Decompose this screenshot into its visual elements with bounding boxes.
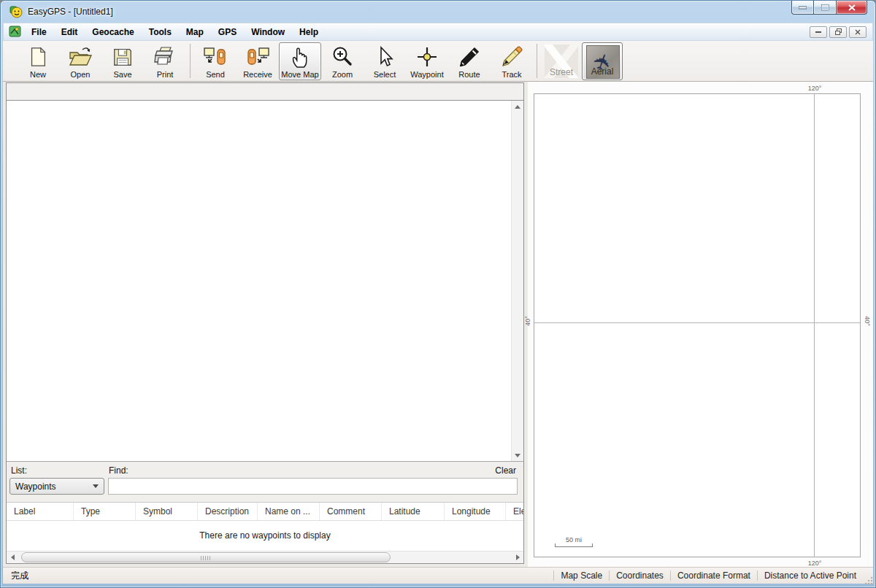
zoom-button[interactable]: Zoom [321, 42, 364, 80]
chevron-down-icon [93, 484, 99, 488]
content-area: List: Find: Clear Waypoints Label Type S… [3, 82, 873, 568]
scale-label: 50 mi [555, 536, 593, 543]
track-pencil-icon [500, 43, 523, 70]
waypoint-button[interactable]: Waypoint [406, 42, 448, 80]
status-pane-map-scale: Map Scale [553, 570, 609, 581]
find-input[interactable] [108, 478, 518, 495]
status-pane-distance: Distance to Active Point [757, 570, 863, 581]
waypoint-list-pane: List: Find: Clear Waypoints Label Type S… [6, 82, 524, 564]
minimize-button[interactable] [791, 1, 814, 15]
list-type-value: Waypoints [15, 481, 56, 492]
column-header-name-on[interactable]: Name on ... [258, 503, 320, 520]
maximize-button[interactable] [814, 1, 836, 15]
menu-geocache[interactable]: Geocache [85, 25, 141, 39]
scroll-down-button[interactable] [512, 449, 523, 461]
parallel-label-right: 40° [864, 316, 871, 326]
map-viewport[interactable]: 120° 120° 40° 40° 50 mi [534, 93, 861, 557]
open-button[interactable]: Open [59, 42, 101, 80]
cursor-arrow-icon [374, 43, 395, 70]
column-header-description[interactable]: Description [198, 503, 258, 520]
parallel-gridline [534, 322, 860, 323]
magnifier-plus-icon [331, 43, 354, 70]
meridian-label-bottom: 120° [804, 560, 826, 567]
save-floppy-icon [112, 43, 134, 70]
empty-table-message: There are no waypoints to display [199, 530, 330, 541]
vertical-scrollbar[interactable] [511, 101, 523, 461]
column-header-label[interactable]: Label [7, 503, 74, 520]
map-pane[interactable]: 120° 120° 40° 40° 50 mi [528, 82, 873, 568]
printer-icon [153, 43, 177, 70]
list-find-panel: List: Find: Clear Waypoints [7, 461, 523, 502]
scroll-left-button[interactable] [7, 552, 18, 563]
menu-gps[interactable]: GPS [211, 25, 244, 39]
toolbar: New Open Save [3, 41, 873, 82]
move-map-button[interactable]: Move Map [279, 42, 321, 80]
menu-bar: File Edit Geocache Tools Map GPS Window … [3, 23, 873, 41]
toolbar-separator [190, 44, 191, 78]
column-header-latitude[interactable]: Latitude [382, 503, 445, 520]
title-bar[interactable]: EasyGPS - [Untitled1] [1, 1, 875, 23]
document-view[interactable] [7, 101, 523, 461]
select-button[interactable]: Select [364, 42, 406, 80]
menu-map[interactable]: Map [179, 25, 211, 39]
resize-grip[interactable] [864, 576, 873, 585]
map-scale-bar: 50 mi [555, 536, 593, 547]
clear-button[interactable]: Clear [495, 465, 516, 476]
list-type-dropdown[interactable]: Waypoints [9, 478, 104, 495]
route-button[interactable]: Route [448, 42, 491, 80]
street-view-button[interactable]: Street [541, 42, 582, 80]
meridian-gridline [814, 94, 815, 557]
track-button[interactable]: Track [491, 42, 533, 80]
scrollbar-thumb[interactable] [21, 552, 391, 562]
menu-help[interactable]: Help [292, 25, 326, 39]
meridian-label-top: 120° [804, 85, 826, 92]
menu-file[interactable]: File [24, 25, 54, 39]
scroll-right-button[interactable] [512, 552, 523, 563]
mdi-minimize-button[interactable] [810, 26, 827, 38]
waypoint-crosshair-icon [415, 43, 439, 70]
save-button[interactable]: Save [101, 42, 144, 80]
column-header-comment[interactable]: Comment [320, 503, 382, 520]
document-map-icon [9, 26, 21, 38]
menu-tools[interactable]: Tools [142, 25, 179, 39]
receive-from-gps-icon [245, 43, 270, 70]
toolbar-separator [537, 44, 537, 78]
find-label: Find: [109, 465, 128, 476]
menu-window[interactable]: Window [244, 25, 292, 39]
route-pen-icon [458, 43, 481, 70]
status-message: 完成 [3, 570, 28, 582]
new-button[interactable]: New [17, 42, 59, 80]
column-header-elevation[interactable]: Ele [506, 503, 523, 520]
scroll-up-button[interactable] [512, 101, 523, 112]
status-panes: Map Scale Coordinates Coordinate Format … [553, 568, 873, 584]
easygps-window: EasyGPS - [Untitled1] File Edit Geocache… [0, 0, 876, 588]
status-pane-coordinates: Coordinates [609, 570, 670, 581]
close-button[interactable] [836, 1, 867, 15]
scale-line [555, 543, 593, 547]
column-header-type[interactable]: Type [74, 503, 136, 520]
hand-icon [288, 43, 312, 70]
list-pane-header-strip [7, 83, 523, 101]
column-header-symbol[interactable]: Symbol [136, 503, 198, 520]
mdi-window-buttons [810, 26, 869, 38]
status-bar: 完成 Map Scale Coordinates Coordinate Form… [3, 567, 873, 584]
open-folder-icon [68, 43, 93, 70]
send-button[interactable]: Send [194, 42, 237, 80]
caption-buttons [791, 1, 867, 15]
aerial-view-button[interactable]: ✈ Aerial [582, 42, 623, 80]
horizontal-scrollbar[interactable] [7, 551, 523, 563]
mdi-close-button[interactable] [849, 26, 867, 38]
send-to-gps-icon [203, 43, 228, 70]
new-file-icon [27, 43, 49, 70]
easygps-app-icon [9, 5, 23, 18]
list-label: List: [11, 465, 27, 476]
mdi-restore-button[interactable] [829, 26, 847, 38]
waypoint-table-body: There are no waypoints to display [7, 521, 523, 551]
print-button[interactable]: Print [144, 42, 186, 80]
window-title: EasyGPS - [Untitled1] [28, 7, 113, 17]
column-header-longitude[interactable]: Longitude [445, 503, 506, 520]
status-pane-coordinate-format: Coordinate Format [670, 570, 757, 581]
receive-button[interactable]: Receive [237, 42, 279, 80]
parallel-label-left: 40° [524, 316, 531, 326]
menu-edit[interactable]: Edit [54, 25, 85, 39]
